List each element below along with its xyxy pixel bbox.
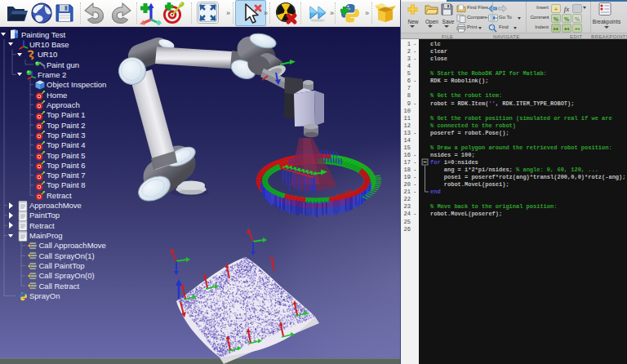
- svg-text:+: +: [554, 7, 558, 12]
- svg-text:↦: ↦: [554, 26, 558, 32]
- svg-text:%: %: [575, 16, 580, 22]
- svg-text:fx: fx: [564, 5, 570, 13]
- svg-text:%: %: [564, 16, 570, 22]
- svg-text:↤: ↤: [564, 26, 569, 32]
- svg-text:↤: ↤: [575, 26, 580, 32]
- svg-text:%: %: [554, 16, 559, 22]
